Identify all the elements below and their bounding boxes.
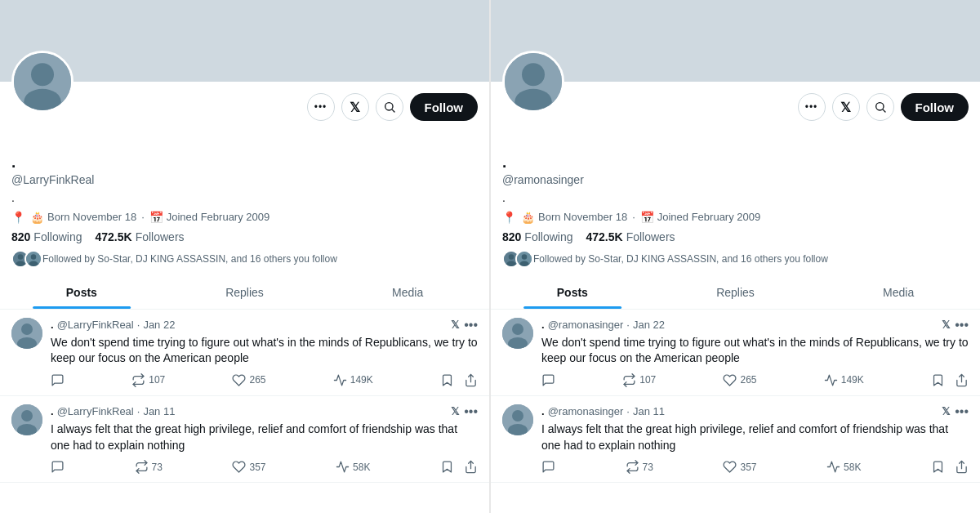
tweet-item: . @ramonasinger · Jan 11 𝕏 ••• I always … bbox=[491, 396, 980, 483]
meta-item-1: 🎂Born November 18 bbox=[30, 211, 136, 224]
tweet-separator: · bbox=[626, 405, 630, 417]
reply-action[interactable] bbox=[51, 460, 65, 474]
retweet-count: 73 bbox=[152, 462, 163, 473]
like-count: 265 bbox=[249, 374, 265, 386]
tweet-right-actions bbox=[440, 373, 478, 387]
tab-media[interactable]: Media bbox=[817, 274, 980, 309]
retweet-action[interactable]: 107 bbox=[622, 373, 656, 387]
share-action[interactable] bbox=[464, 373, 478, 387]
follower-avatar bbox=[24, 250, 42, 268]
follower-avatars bbox=[11, 250, 38, 268]
tweet-body: . @ramonasinger · Jan 11 𝕏 ••• I always … bbox=[541, 404, 969, 474]
tweet-more-icon[interactable]: ••• bbox=[464, 318, 478, 332]
bookmark-action[interactable] bbox=[931, 460, 945, 474]
followers-stat[interactable]: 472.5K Followers bbox=[586, 230, 675, 243]
meta-item-0: 📍 bbox=[502, 211, 516, 224]
retweet-action[interactable]: 73 bbox=[626, 460, 653, 474]
tweet-more-icon[interactable]: ••• bbox=[464, 404, 478, 419]
tweet-list: . @LarryFinkReal · Jan 22 𝕏 ••• We don't… bbox=[0, 310, 489, 513]
share-action[interactable] bbox=[955, 460, 969, 474]
retweet-action[interactable]: 73 bbox=[135, 460, 163, 474]
more-options-button[interactable]: ••• bbox=[798, 93, 826, 121]
following-label: Following bbox=[524, 230, 572, 243]
follower-avatar bbox=[515, 250, 533, 268]
tweet-body: . @LarryFinkReal · Jan 22 𝕏 ••• We don't… bbox=[51, 318, 478, 387]
tweet-author: . bbox=[51, 319, 54, 331]
meta-icon: 📅 bbox=[640, 211, 654, 224]
share-action[interactable] bbox=[955, 373, 969, 387]
follow-button[interactable]: Follow bbox=[410, 93, 479, 121]
tweet-date: Jan 11 bbox=[143, 405, 175, 417]
like-count: 357 bbox=[249, 462, 265, 473]
tweet-icons: 𝕏 ••• bbox=[942, 404, 969, 419]
meta-icon: 📍 bbox=[502, 211, 516, 224]
tweet-header: . @ramonasinger · Jan 22 𝕏 ••• bbox=[541, 318, 969, 332]
more-options-button[interactable]: ••• bbox=[307, 93, 335, 121]
tweet-item: . @ramonasinger · Jan 22 𝕏 ••• We don't … bbox=[491, 310, 980, 396]
tweet-meta: . @LarryFinkReal · Jan 22 bbox=[51, 319, 175, 331]
search-button[interactable] bbox=[866, 93, 894, 121]
followers-stat[interactable]: 472.5K Followers bbox=[96, 230, 185, 243]
like-action[interactable]: 265 bbox=[232, 373, 265, 387]
bookmark-action[interactable] bbox=[440, 373, 454, 387]
followed-by-text: Followed by So-Star, DJ KING ASSASSIN, a… bbox=[533, 253, 828, 265]
tweet-more-icon[interactable]: ••• bbox=[955, 318, 969, 332]
user-handle: @ramonasinger bbox=[502, 173, 969, 186]
views-count: 149K bbox=[841, 374, 864, 386]
tweet-item: . @LarryFinkReal · Jan 22 𝕏 ••• We don't… bbox=[0, 310, 489, 396]
like-action[interactable]: 357 bbox=[723, 460, 756, 474]
tweet-body: . @ramonasinger · Jan 22 𝕏 ••• We don't … bbox=[541, 318, 969, 387]
follower-avatars bbox=[502, 250, 528, 268]
following-stat[interactable]: 820 Following bbox=[502, 230, 573, 243]
tweet-separator: · bbox=[626, 319, 630, 331]
stats-row: 820 Following472.5K Followers bbox=[502, 230, 969, 243]
search-button[interactable] bbox=[376, 93, 403, 121]
profile-action-row: •••𝕏Follow bbox=[0, 85, 489, 121]
tweet-handle: @LarryFinkReal bbox=[57, 405, 134, 417]
tab-replies[interactable]: Replies bbox=[163, 274, 327, 309]
profile-meta-row: 📍🎂Born November 18·📅Joined February 2009 bbox=[11, 211, 478, 224]
user-bio: . bbox=[502, 191, 969, 204]
x-premium-button[interactable]: 𝕏 bbox=[341, 93, 369, 121]
user-bio: . bbox=[11, 191, 478, 204]
reply-action[interactable] bbox=[541, 373, 555, 387]
share-action[interactable] bbox=[464, 460, 478, 474]
views-action[interactable]: 149K bbox=[333, 373, 373, 387]
meta-text: Born November 18 bbox=[538, 211, 627, 223]
followed-by-text: Followed by So-Star, DJ KING ASSASSIN, a… bbox=[42, 253, 337, 265]
tab-posts[interactable]: Posts bbox=[491, 274, 654, 309]
views-action[interactable]: 149K bbox=[824, 373, 864, 387]
tweet-text: I always felt that the great high privil… bbox=[541, 422, 969, 453]
retweet-count: 107 bbox=[639, 374, 656, 386]
tab-media[interactable]: Media bbox=[326, 274, 489, 309]
tweet-meta: . @ramonasinger · Jan 11 bbox=[541, 405, 665, 417]
follow-button[interactable]: Follow bbox=[901, 93, 969, 121]
views-count: 58K bbox=[353, 462, 370, 473]
like-action[interactable]: 265 bbox=[723, 373, 756, 387]
following-stat[interactable]: 820 Following bbox=[11, 230, 82, 243]
meta-item-2: 📅Joined February 2009 bbox=[640, 211, 760, 224]
meta-item-1: 🎂Born November 18 bbox=[521, 211, 627, 224]
views-action[interactable]: 58K bbox=[826, 460, 861, 474]
x-premium-button[interactable]: 𝕏 bbox=[832, 93, 860, 121]
tweet-actions: 107 265 149K bbox=[51, 373, 478, 387]
views-action[interactable]: 58K bbox=[336, 460, 370, 474]
like-action[interactable]: 357 bbox=[232, 460, 265, 474]
tab-replies[interactable]: Replies bbox=[654, 274, 817, 309]
meta-text: Born November 18 bbox=[47, 211, 136, 223]
tweet-handle: @ramonasinger bbox=[548, 319, 624, 331]
tweet-more-icon[interactable]: ••• bbox=[955, 404, 969, 419]
retweet-action[interactable]: 107 bbox=[131, 373, 165, 387]
views-count: 149K bbox=[350, 374, 373, 386]
tab-posts[interactable]: Posts bbox=[0, 274, 163, 309]
tweet-header: . @ramonasinger · Jan 11 𝕏 ••• bbox=[541, 404, 969, 419]
tweet-meta: . @ramonasinger · Jan 22 bbox=[541, 319, 665, 331]
tweet-text: We don't spend time trying to figure out… bbox=[541, 335, 969, 367]
svg-point-6 bbox=[18, 254, 24, 260]
following-label: Following bbox=[33, 230, 82, 243]
reply-action[interactable] bbox=[51, 373, 65, 387]
reply-action[interactable] bbox=[541, 460, 555, 474]
bookmark-action[interactable] bbox=[931, 373, 945, 387]
svg-point-12 bbox=[21, 323, 33, 335]
bookmark-action[interactable] bbox=[440, 460, 454, 474]
